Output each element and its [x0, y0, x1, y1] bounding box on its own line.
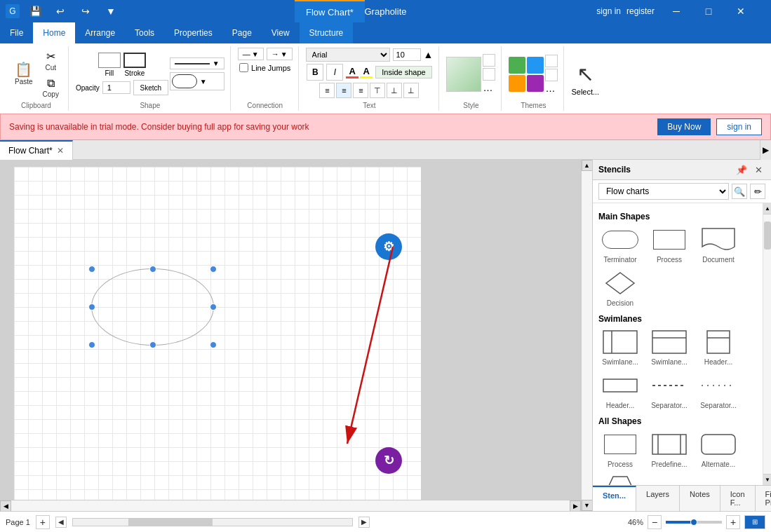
tab-home[interactable]: Home [33, 22, 75, 43]
font-color-btn[interactable]: A [346, 66, 358, 79]
stencils-scroll-up[interactable]: ▲ [763, 203, 771, 214]
canvas-paper[interactable]: ⚙ ↻ ✕ ⇄ ⧉ [14, 167, 421, 511]
tab-tools[interactable]: Tools [125, 22, 164, 43]
theme-opt1[interactable] [545, 55, 558, 67]
stencils-scroll-track[interactable] [763, 214, 771, 474]
undo-btn[interactable]: ↩ [51, 1, 70, 21]
stencil-predefine[interactable]: Predefine... [648, 430, 691, 468]
cursor-icon[interactable]: ↖ [577, 62, 594, 86]
tab-structure[interactable]: Structure [300, 22, 354, 43]
line-style-dropdown[interactable]: ▼ [170, 57, 224, 69]
tab-view[interactable]: View [262, 22, 300, 43]
handle-ml[interactable] [88, 303, 95, 311]
stencil-all-process[interactable]: Process [598, 430, 642, 468]
page-nav-prev[interactable]: ◀ [55, 517, 67, 528]
style-option2[interactable] [483, 68, 495, 81]
align-middle-btn[interactable]: ⊥ [387, 83, 402, 98]
fill-color-btn[interactable] [98, 53, 121, 68]
hscroll-right-btn[interactable]: ▶ [570, 500, 581, 511]
flow-chart-doc-tab[interactable]: Flow Chart* ✕ [0, 140, 73, 160]
buy-now-btn[interactable]: Buy Now [657, 118, 711, 135]
opacity-input[interactable]: 1 [102, 81, 130, 94]
align-bottom-btn[interactable]: ⊥ [403, 83, 419, 98]
scroll-down-btn[interactable]: ▼ [582, 500, 593, 511]
themes-preview[interactable] [509, 57, 544, 92]
stencils-edit-btn[interactable]: ✏ [750, 184, 765, 199]
stencil-alternate[interactable]: Alternate... [697, 430, 740, 468]
canvas-area[interactable]: ▲ ▼ ⚙ [0, 160, 592, 511]
handle-br[interactable] [210, 341, 217, 348]
align-top-btn[interactable]: ⊤ [370, 83, 385, 98]
style-preview[interactable] [446, 57, 481, 92]
bottom-tab-stencils[interactable]: Sten... [593, 486, 636, 511]
paste-btn[interactable]: 📋 Paste [10, 60, 38, 88]
stencil-swimlane-v[interactable]: Swimlane... [648, 328, 691, 366]
inside-shape-btn[interactable]: Inside shape [375, 66, 431, 79]
zoom-in-btn[interactable]: + [726, 515, 740, 529]
stencil-trapezoid[interactable]: ... [598, 474, 642, 485]
ellipse-shape[interactable] [91, 268, 214, 346]
tab-page[interactable]: Page [222, 22, 262, 43]
maximize-btn[interactable]: □ [692, 0, 725, 22]
scroll-up-btn[interactable]: ▲ [582, 160, 593, 171]
line-jumps-checkbox[interactable] [239, 63, 248, 72]
font-size-input[interactable] [393, 48, 421, 61]
stroke-color-btn[interactable] [123, 53, 146, 68]
handle-bc[interactable] [149, 341, 156, 348]
bottom-tab-layers[interactable]: Layers [636, 486, 680, 511]
more-btn[interactable]: ▼ [101, 1, 121, 21]
theme-opt2[interactable] [545, 69, 558, 81]
zoom-out-btn[interactable]: − [648, 515, 662, 529]
redo-btn[interactable]: ↪ [76, 1, 95, 21]
highlight-color-btn[interactable]: A [360, 66, 373, 79]
add-page-btn[interactable]: + [36, 515, 50, 529]
align-left-btn[interactable]: ≡ [319, 83, 335, 98]
stencil-document[interactable]: Document [697, 226, 740, 264]
font-size-up-icon[interactable]: ▲ [424, 49, 434, 60]
arrow-start-btn[interactable]: — ▼ [238, 48, 264, 60]
sign-in-link[interactable]: sign in [596, 6, 621, 16]
stencil-terminator[interactable]: Terminator [598, 226, 642, 264]
trial-sign-in-btn[interactable]: sign in [716, 118, 762, 135]
doc-tab-close-icon[interactable]: ✕ [57, 146, 64, 156]
handle-tl[interactable] [88, 266, 95, 273]
handle-mr[interactable] [210, 303, 217, 311]
stencil-swimlane-h[interactable]: Swimlane... [598, 328, 642, 366]
stencil-separator-line[interactable]: Separator... [697, 371, 740, 409]
bottom-tab-fill-pi[interactable]: Fill Pi... [756, 486, 771, 511]
rotate-action-btn[interactable]: ↻ [375, 447, 402, 474]
shape-style-dropdown[interactable]: ▼ [170, 72, 224, 90]
bottom-tab-icon-f[interactable]: Icon F... [720, 486, 756, 511]
cut-btn[interactable]: ✂ Cut [39, 48, 62, 74]
sketch-btn[interactable]: Sketch [133, 80, 168, 95]
arrow-end-btn[interactable]: → ▼ [267, 48, 293, 60]
theme-more-icon[interactable]: … [545, 83, 558, 94]
close-btn[interactable]: ✕ [725, 0, 757, 22]
stencil-decision[interactable]: Decision [598, 269, 642, 307]
stencil-process[interactable]: Process [648, 226, 691, 264]
bold-btn[interactable]: B [307, 64, 323, 81]
gear-action-btn[interactable]: ⚙ [375, 233, 402, 260]
handle-bl[interactable] [88, 341, 95, 348]
scroll-track[interactable] [582, 171, 592, 500]
align-center-btn[interactable]: ≡ [336, 83, 351, 98]
page-nav-next[interactable]: ▶ [358, 517, 370, 528]
tab-arrange[interactable]: Arrange [75, 22, 125, 43]
register-link[interactable]: register [626, 6, 655, 16]
italic-btn[interactable]: I [326, 64, 343, 81]
stencil-separator-dots[interactable]: Separator... [648, 371, 691, 409]
stencils-pin-btn[interactable]: 📌 [735, 163, 749, 177]
select-btn-label[interactable]: Select... [571, 88, 599, 96]
doc-scroll-right-btn[interactable]: ▶ [760, 140, 771, 160]
bottom-tab-notes[interactable]: Notes [680, 486, 720, 511]
copy-btn[interactable]: ⧉ Copy [39, 75, 62, 100]
align-right-btn[interactable]: ≡ [353, 83, 368, 98]
save-quick-btn[interactable]: 💾 [25, 1, 45, 21]
tab-file[interactable]: File [0, 22, 33, 43]
hscroll-left-btn[interactable]: ◀ [0, 500, 11, 511]
tab-properties[interactable]: Properties [164, 22, 222, 43]
style-option1[interactable] [483, 54, 495, 67]
minimize-btn[interactable]: ─ [660, 0, 692, 22]
canvas-hscroll-bar[interactable] [72, 518, 353, 526]
handle-tr[interactable] [210, 266, 217, 273]
